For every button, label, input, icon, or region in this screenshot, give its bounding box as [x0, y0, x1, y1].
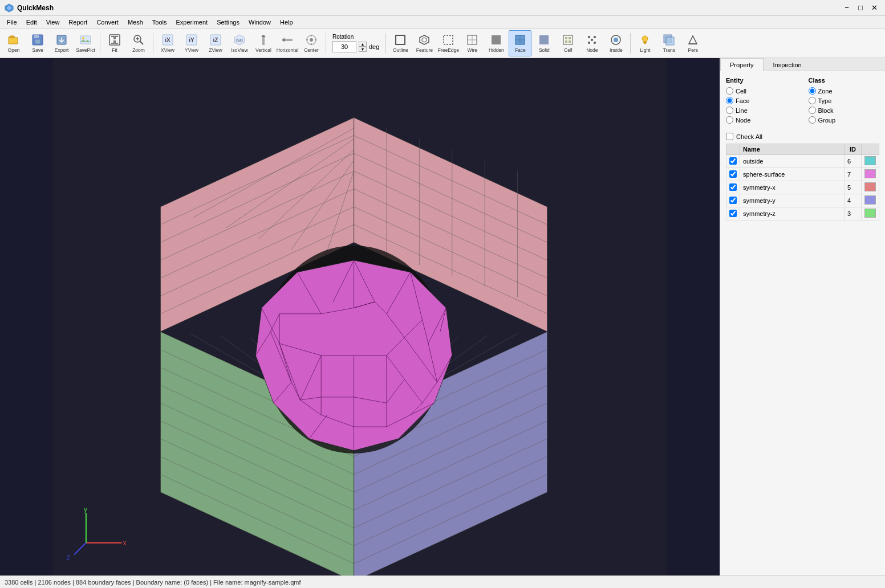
node-button[interactable]: Node: [580, 30, 603, 56]
titlebar-controls[interactable]: − □ ✕: [841, 2, 880, 14]
yview-button[interactable]: iY YView: [180, 30, 203, 56]
menubar-item-window[interactable]: Window: [244, 18, 275, 27]
cell-button[interactable]: Cell: [557, 30, 579, 56]
entity-face-radio[interactable]: Face: [726, 97, 797, 104]
tab-property[interactable]: Property: [720, 58, 764, 71]
table-row[interactable]: outside 6: [726, 155, 879, 168]
inside-button[interactable]: Inside: [604, 30, 627, 56]
row-name: outside: [740, 155, 845, 168]
savepict-label: SavePict: [76, 47, 95, 53]
export-button[interactable]: Export: [50, 30, 73, 56]
menubar-item-mesh[interactable]: Mesh: [123, 18, 148, 27]
zview-label: ZView: [209, 47, 222, 53]
row-checkbox[interactable]: [729, 183, 737, 191]
menubar-item-file[interactable]: File: [2, 18, 22, 27]
rotation-up[interactable]: ▲: [359, 42, 367, 47]
table-row[interactable]: sphere-surface 7: [726, 168, 879, 181]
xview-button[interactable]: iX XView: [156, 30, 179, 56]
entity-tbody: outside 6 sphere-surface 7 symmetry-x 5 …: [726, 155, 879, 220]
solid-button[interactable]: Solid: [533, 30, 555, 56]
menubar-item-convert[interactable]: Convert: [92, 18, 123, 27]
menubar-item-help[interactable]: Help: [275, 18, 298, 27]
entity-node-radio[interactable]: Node: [726, 116, 797, 124]
tab-inspection[interactable]: Inspection: [764, 58, 811, 71]
fit-button[interactable]: Fit: [103, 30, 126, 56]
svg-point-50: [594, 42, 596, 44]
row-checkbox[interactable]: [729, 197, 737, 204]
face-button[interactable]: Face: [509, 30, 531, 56]
row-id: 7: [845, 168, 862, 181]
light-button[interactable]: Light: [634, 30, 656, 56]
svg-rect-37: [492, 35, 501, 44]
close-button[interactable]: ✕: [868, 2, 880, 14]
svg-rect-7: [80, 36, 91, 44]
panel-tabs: Property Inspection: [720, 58, 885, 71]
class-zone-radio[interactable]: Zone: [809, 87, 880, 95]
freeedge-button[interactable]: FreeEdge: [437, 30, 460, 56]
sep5: [630, 33, 631, 54]
feature-button[interactable]: Feature: [413, 30, 436, 56]
open-button[interactable]: Open: [2, 30, 25, 56]
titlebar: QuickMesh − □ ✕: [0, 0, 885, 16]
horizontal-button[interactable]: Horizontal: [276, 30, 299, 56]
fit-label: Fit: [112, 47, 117, 53]
wire-label: Wire: [468, 47, 477, 53]
svg-rect-5: [35, 39, 40, 44]
row-color-swatch: [864, 169, 876, 178]
svg-point-51: [591, 39, 593, 41]
check-all-checkbox[interactable]: [726, 133, 733, 140]
menubar-item-settings[interactable]: Settings: [212, 18, 244, 27]
table-row[interactable]: symmetry-x 5: [726, 181, 879, 194]
wire-button[interactable]: Wire: [461, 30, 484, 56]
inside-label: Inside: [610, 47, 623, 53]
menubar-item-edit[interactable]: Edit: [22, 18, 42, 27]
table-row[interactable]: symmetry-y 4: [726, 194, 879, 207]
vertical-button[interactable]: Vertical: [252, 30, 275, 56]
entity-class-section: Entity Cell Face Line Node: [726, 77, 879, 126]
maximize-button[interactable]: □: [854, 2, 867, 14]
menubar-item-tools[interactable]: Tools: [148, 18, 172, 27]
cell-label: Cell: [564, 47, 573, 53]
entity-line-radio[interactable]: Line: [726, 107, 797, 114]
svg-point-48: [594, 36, 596, 38]
class-type-radio[interactable]: Type: [809, 97, 880, 104]
row-color-swatch: [864, 182, 876, 191]
svg-marker-31: [420, 35, 429, 44]
svg-text:y: y: [84, 505, 88, 513]
menubar-item-experiment[interactable]: Experiment: [172, 18, 213, 27]
menubar-item-view[interactable]: View: [42, 18, 64, 27]
pers-button[interactable]: Pers: [681, 30, 704, 56]
svg-rect-42: [563, 35, 573, 44]
svg-line-11: [140, 41, 143, 44]
svg-point-47: [588, 36, 590, 38]
minimize-button[interactable]: −: [841, 2, 853, 14]
rotation-unit: deg: [369, 43, 379, 50]
class-block-radio[interactable]: Block: [809, 107, 880, 114]
titlebar-title: QuickMesh: [5, 3, 54, 13]
class-group-radio[interactable]: Group: [809, 116, 880, 124]
entity-cell-radio[interactable]: Cell: [726, 87, 797, 95]
rotation-input[interactable]: [332, 41, 356, 52]
viewport[interactable]: x y z: [0, 58, 720, 575]
trans-button[interactable]: Trans: [657, 30, 680, 56]
center-button[interactable]: Center: [300, 30, 323, 56]
svg-point-54: [642, 36, 648, 42]
hidden-button[interactable]: Hidden: [485, 30, 508, 56]
outline-button[interactable]: Outline: [389, 30, 412, 56]
menubar-item-report[interactable]: Report: [64, 18, 92, 27]
table-row[interactable]: symmetry-z 3: [726, 207, 879, 220]
savepict-button[interactable]: SavePict: [74, 30, 97, 56]
row-id: 5: [845, 181, 862, 194]
save-button[interactable]: Save: [26, 30, 49, 56]
isoview-button[interactable]: ISO IsoView: [228, 30, 251, 56]
svg-rect-45: [565, 40, 567, 43]
row-checkbox[interactable]: [729, 170, 737, 178]
row-checkbox[interactable]: [729, 157, 737, 165]
rotation-down[interactable]: ▼: [359, 47, 367, 52]
row-checkbox[interactable]: [729, 210, 737, 217]
class-group: Class Zone Type Block Group: [809, 77, 880, 126]
zoom-button[interactable]: Zoom: [127, 30, 150, 56]
row-color-swatch: [864, 195, 876, 205]
zview-button[interactable]: iZ ZView: [204, 30, 227, 56]
svg-rect-4: [34, 35, 39, 38]
